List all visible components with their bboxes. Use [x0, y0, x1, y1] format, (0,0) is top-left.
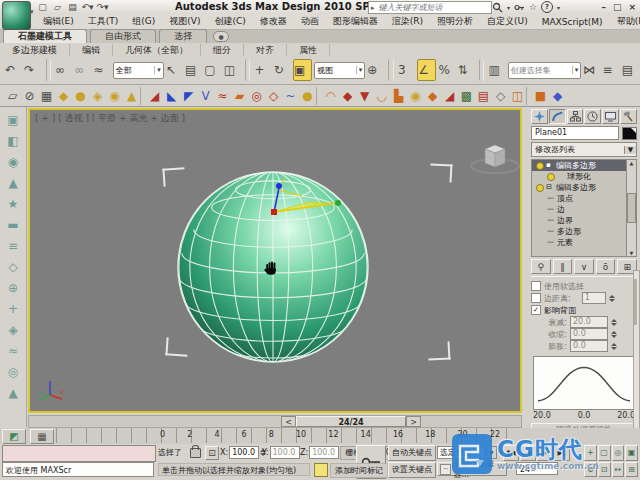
search-arrow-icon[interactable]: ▸ [371, 4, 375, 12]
perspective-viewport[interactable]: [ + ] [ 透视 ] [ 平滑 + 高光 + 边面 ] [28, 108, 522, 413]
favorites-star-icon[interactable]: ☆ [529, 2, 537, 12]
toolbar-button[interactable]: 视图▾ [314, 62, 365, 79]
visibility-bulb-icon[interactable] [536, 184, 544, 192]
left-toolbar-icon[interactable]: ◇ [3, 257, 24, 276]
toolbar-button[interactable]: ↻ [274, 60, 291, 80]
ribbon-tool-icon[interactable]: ◇ [265, 87, 282, 104]
toolbar-button[interactable]: ↖ [166, 60, 183, 80]
left-toolbar-icon[interactable]: ▲ [3, 173, 24, 192]
left-toolbar-icon[interactable]: ◧ [3, 131, 24, 150]
z-coordinate-field[interactable]: 100.0 [309, 446, 339, 459]
ribbon-tab[interactable]: 选择 [159, 29, 207, 43]
toolbar-button[interactable]: 3 [398, 60, 415, 80]
scroll-thumb[interactable] [627, 193, 636, 223]
maxscript-mini-listener-macro[interactable] [2, 445, 156, 462]
edge-distance-checkbox[interactable] [531, 293, 541, 303]
ribbon-tool-icon[interactable]: ◤ [180, 87, 197, 104]
stack-scrollbar[interactable]: ▲ ▼ [626, 160, 636, 256]
ribbon-panel-label[interactable]: 属性 [287, 44, 330, 56]
ribbon-tool-icon[interactable]: ◆ [55, 87, 72, 104]
transform-gizmo[interactable]: z [258, 176, 354, 224]
left-toolbar-icon[interactable]: ★ [3, 194, 24, 213]
help-icon[interactable]: ? [541, 1, 553, 13]
ribbon-tool-icon[interactable]: ● [72, 87, 89, 104]
undo[interactable]: ↶▾ [81, 2, 94, 13]
ribbon-tool-icon[interactable]: ◆ [339, 87, 356, 104]
ribbon-tool-icon[interactable]: ◆ [424, 87, 441, 104]
toolbar-button[interactable]: ▥ [488, 60, 505, 80]
left-toolbar-icon[interactable]: ⊕ [3, 278, 24, 297]
pin-stack[interactable]: ⚲ [531, 259, 551, 274]
toolbar-button[interactable]: ▤ [185, 60, 202, 80]
toolbar-button[interactable]: 全部▾ [113, 62, 164, 79]
left-toolbar-icon[interactable]: ◉ [3, 152, 24, 171]
ribbon-tool-icon[interactable]: ⊘ [21, 87, 38, 104]
current-frame-indicator[interactable]: 24/24 [296, 416, 406, 427]
ribbon-tool-icon[interactable]: ◈ [89, 87, 106, 104]
ribbon-tool-icon[interactable]: ▤ [475, 87, 492, 104]
modifier-stack-item[interactable]: ▪ 编辑多边形 [532, 160, 636, 171]
left-toolbar-icon[interactable]: ▲ [3, 383, 24, 402]
ribbon-panel-label[interactable]: 细分 [201, 44, 244, 56]
selected-vertex[interactable] [271, 209, 277, 215]
time-slider-handle[interactable]: < 24/24 > [281, 416, 421, 427]
infocenter-search[interactable]: ▸ [368, 1, 492, 14]
ribbon-tool-icon[interactable]: ◉ [106, 87, 123, 104]
tab-motion[interactable] [584, 109, 601, 124]
ribbon-tool-icon[interactable]: ◡ [373, 87, 390, 104]
dropdown-caret-icon[interactable]: ▼ [624, 146, 636, 154]
search-magnifier-icon[interactable] [492, 2, 503, 13]
viewport-label[interactable]: [ + ] [ 透视 ] [ 平滑 + 高光 + 边面 ] [35, 112, 185, 125]
mini-curve-editor-icon[interactable]: ▦ [30, 429, 54, 444]
ribbon-tool-icon[interactable]: ▰ [231, 87, 248, 104]
y-coordinate-field[interactable]: 100.0 [270, 446, 300, 459]
pinch-value[interactable]: 0.0 [570, 328, 608, 340]
modifier-stack-item[interactable]: — 边 [532, 204, 636, 215]
use-soft-selection-checkbox[interactable] [531, 281, 541, 291]
left-toolbar-icon[interactable]: ≈ [3, 341, 24, 360]
toolbar-button[interactable]: ∞ [74, 60, 91, 80]
ribbon-tool-icon[interactable]: ● [299, 87, 316, 104]
ribbon-tab[interactable]: 自由形式 [90, 29, 156, 43]
ribbon-tool-icon[interactable]: ◫ [509, 87, 526, 104]
ribbon-tool-icon[interactable]: ◠ [322, 87, 339, 104]
left-toolbar-icon[interactable]: ◈ [3, 320, 24, 339]
redo[interactable]: ↷▾ [96, 2, 109, 13]
ribbon-tool-icon[interactable]: ▦ [38, 87, 55, 104]
ribbon-panel-label[interactable]: 几何体（全部） [113, 44, 201, 56]
toolbar-button[interactable]: ∞ [55, 60, 72, 80]
toolbar-button[interactable]: ▢ [204, 60, 221, 80]
toolbar-button[interactable]: ⇅ [458, 60, 475, 80]
visibility-bulb-icon[interactable] [536, 162, 544, 170]
toolbar-button[interactable]: ▣ [293, 59, 312, 81]
falloff-spinner[interactable] [611, 319, 617, 326]
left-toolbar-icon[interactable]: ▬ [3, 215, 24, 234]
next-frame-arrow[interactable]: > [406, 416, 421, 427]
ribbon-panel-label[interactable]: 多边形建模 [0, 44, 70, 56]
ribbon-tool-icon[interactable]: ■ [532, 87, 549, 104]
tab-display[interactable] [602, 109, 619, 124]
show-end-result[interactable]: ‖ [553, 259, 573, 274]
edge-distance-spinner[interactable] [609, 295, 615, 302]
ribbon-tab[interactable]: 石墨建模工具 [3, 29, 87, 43]
left-toolbar-icon[interactable]: ▣ [3, 110, 24, 129]
application-menu-caret-icon[interactable]: ▾ [30, 8, 34, 16]
toolbar-button[interactable]: + [254, 60, 271, 80]
set-key-mode-button[interactable]: 设置关键点 [388, 462, 436, 478]
menu-item[interactable]: 动画 [294, 15, 326, 28]
ribbon-tool-icon[interactable]: ◎ [248, 87, 265, 104]
ribbon-tool-icon[interactable]: ▙ [390, 87, 407, 104]
make-unique[interactable]: ∨ [574, 259, 594, 274]
toolbar-button[interactable]: ↶ [5, 60, 22, 80]
scroll-up-icon[interactable]: ▲ [630, 160, 634, 166]
maxscript-mini-listener[interactable]: 欢迎使用 MAXScr [2, 462, 154, 477]
add-time-tag[interactable]: 添加时间标记 [330, 463, 388, 478]
menu-item[interactable]: 编辑(E) [36, 15, 81, 28]
menu-item[interactable]: MAXScript(M) [535, 17, 610, 27]
open-file[interactable]: ▱ [51, 2, 64, 13]
menu-item[interactable]: 创建(C) [207, 15, 252, 28]
menu-item[interactable]: 组(G) [125, 15, 162, 28]
ribbon-tool-icon[interactable]: ~ [282, 87, 299, 104]
menu-item[interactable]: 工具(T) [81, 15, 126, 28]
toolbar-button[interactable]: ⋈ [583, 60, 600, 80]
